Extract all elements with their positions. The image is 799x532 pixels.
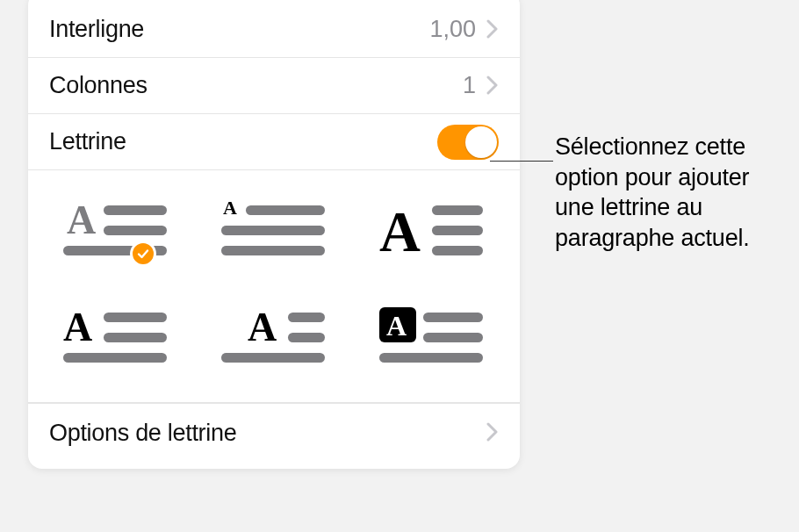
svg-text:A: A: [63, 305, 92, 349]
dropcap-style-grid: A A A: [28, 170, 520, 403]
svg-rect-9: [432, 205, 483, 215]
label-options-lettrine: Options de lettrine: [49, 420, 486, 447]
label-colonnes: Colonnes: [49, 72, 463, 99]
svg-rect-7: [221, 246, 325, 255]
svg-rect-23: [423, 333, 483, 342]
dropcap-style-4[interactable]: A: [63, 304, 169, 372]
svg-rect-24: [379, 353, 483, 363]
dropcap-style-2[interactable]: A: [221, 197, 327, 265]
svg-rect-10: [432, 226, 483, 235]
svg-text:A: A: [67, 198, 96, 242]
chevron-right-icon: [486, 73, 499, 99]
svg-rect-19: [221, 353, 325, 363]
svg-rect-18: [288, 333, 325, 342]
dropcap-style-5[interactable]: A: [221, 304, 327, 372]
dropcap-icon-2: A: [221, 197, 327, 265]
svg-text:A: A: [223, 197, 237, 219]
svg-rect-5: [246, 205, 325, 215]
dropcap-icon-3: A: [379, 197, 485, 265]
toggle-knob: [465, 126, 497, 158]
label-lettrine: Lettrine: [49, 128, 437, 155]
selected-check-icon: [130, 241, 156, 267]
callout-leader-line: [490, 161, 553, 162]
row-options-lettrine[interactable]: Options de lettrine: [28, 403, 520, 462]
row-interligne[interactable]: Interligne 1,00: [28, 2, 520, 58]
chevron-right-icon: [486, 17, 499, 43]
svg-rect-11: [432, 246, 483, 255]
dropcap-icon-6: A: [379, 304, 485, 372]
format-panel: Interligne 1,00 Colonnes 1 Lettrine A: [28, 0, 520, 469]
dropcap-style-1[interactable]: A: [63, 197, 169, 265]
lettrine-toggle[interactable]: [437, 125, 499, 160]
svg-rect-17: [288, 313, 325, 322]
svg-text:A: A: [379, 200, 421, 263]
dropcap-icon-4: A: [63, 304, 169, 372]
row-lettrine: Lettrine: [28, 114, 520, 170]
chevron-right-icon: [486, 420, 499, 446]
svg-rect-1: [104, 205, 167, 215]
value-interligne: 1,00: [429, 16, 476, 43]
svg-rect-14: [104, 333, 167, 342]
svg-rect-15: [63, 353, 167, 363]
callout-text: Sélectionnez cette option pour ajouter u…: [555, 132, 788, 253]
row-colonnes[interactable]: Colonnes 1: [28, 58, 520, 114]
svg-rect-22: [423, 313, 483, 322]
value-colonnes: 1: [463, 72, 476, 99]
svg-rect-2: [104, 226, 167, 235]
svg-text:A: A: [248, 305, 277, 349]
svg-text:A: A: [386, 310, 407, 341]
dropcap-style-6[interactable]: A: [379, 304, 485, 372]
label-interligne: Interligne: [49, 16, 429, 43]
dropcap-icon-5: A: [221, 304, 327, 372]
svg-rect-6: [221, 226, 325, 235]
dropcap-style-3[interactable]: A: [379, 197, 485, 265]
svg-rect-13: [104, 313, 167, 322]
